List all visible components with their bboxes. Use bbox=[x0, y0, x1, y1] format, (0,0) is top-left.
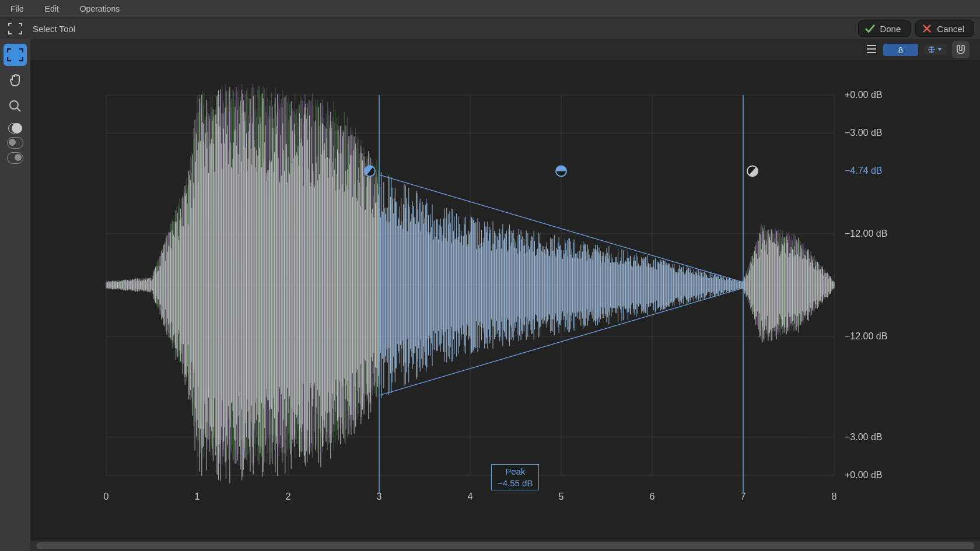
left-channel-toggle[interactable] bbox=[7, 137, 23, 149]
menu-bar: File Edit Operations bbox=[0, 0, 980, 18]
selection-tool-icon bbox=[6, 19, 24, 38]
menu-file[interactable]: File bbox=[6, 1, 34, 17]
horizontal-scrollbar[interactable] bbox=[30, 540, 980, 551]
tool-name-label: Select Tool bbox=[33, 24, 75, 34]
list-menu-icon[interactable] bbox=[866, 44, 877, 55]
waveform-chart[interactable]: Peak −4.55 dB bbox=[30, 60, 980, 551]
peak-title: Peak bbox=[505, 466, 525, 476]
channel-filter-group bbox=[7, 122, 23, 164]
peak-tooltip: Peak −4.55 dB bbox=[491, 464, 539, 490]
cancel-label: Cancel bbox=[937, 24, 964, 34]
cancel-button[interactable]: Cancel bbox=[915, 20, 974, 37]
done-label: Done bbox=[880, 24, 901, 34]
toolbar: Select Tool Done Cancel bbox=[0, 18, 980, 40]
menu-edit[interactable]: Edit bbox=[34, 1, 69, 17]
grid-divisions-input[interactable]: 8 bbox=[883, 44, 918, 56]
editor-area: 8 Peak −4.55 dB bbox=[30, 39, 980, 551]
svg-point-0 bbox=[10, 101, 18, 109]
stereo-filter-icon[interactable] bbox=[8, 122, 23, 134]
right-channel-toggle[interactable] bbox=[7, 152, 23, 164]
tool-sidebar bbox=[0, 39, 31, 551]
menu-operations[interactable]: Operations bbox=[69, 1, 130, 17]
selection-tool[interactable] bbox=[4, 44, 27, 66]
grid-mode-dropdown[interactable] bbox=[924, 44, 946, 55]
zoom-tool[interactable] bbox=[4, 95, 27, 117]
ruler-strip: 8 bbox=[30, 39, 980, 60]
hand-tool[interactable] bbox=[4, 69, 27, 92]
snap-toggle[interactable] bbox=[952, 41, 970, 58]
done-button[interactable]: Done bbox=[858, 20, 911, 37]
peak-value: −4.55 dB bbox=[498, 478, 533, 488]
